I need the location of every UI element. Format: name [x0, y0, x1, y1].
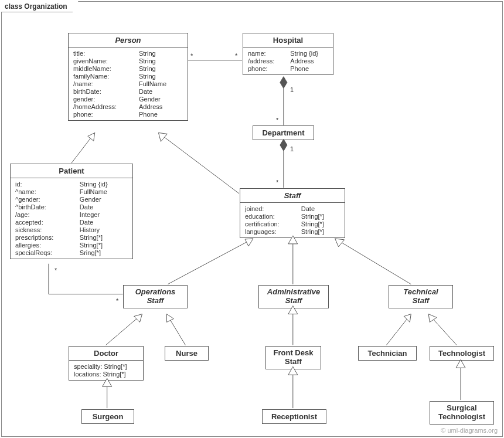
class-staff-title: Staff [240, 189, 345, 203]
class-technical-staff-title: Technical Staff [389, 286, 452, 308]
mult-person-hospital-right: * [235, 52, 237, 59]
class-operations-staff: Operations Staff [123, 285, 188, 308]
class-patient-attrs: id:String {id} ^name:FullName ^gender:Ge… [11, 178, 132, 259]
class-technician: Technician [358, 346, 417, 361]
mult-patient-ops-top: * [55, 267, 57, 274]
mult-patient-ops-bottom: * [116, 297, 118, 304]
class-department-title: Department [253, 126, 314, 140]
mult-hospital-dept-star: * [276, 117, 278, 124]
class-hospital-title: Hospital [243, 33, 333, 47]
svg-line-3 [71, 133, 95, 163]
class-front-desk-staff-title: Front Desk Staff [266, 347, 321, 369]
class-receptionist: Receptionist [262, 409, 326, 424]
class-person-attrs: title:String givenName:String middleName… [69, 47, 188, 120]
class-nurse: Nurse [165, 346, 209, 361]
class-hospital: Hospital name:String {id} /address:Addre… [243, 33, 333, 75]
class-technical-staff: Technical Staff [389, 285, 453, 308]
class-receptionist-title: Receptionist [263, 410, 326, 423]
class-person: Person title:String givenName:String mid… [68, 33, 188, 121]
class-surgeon-title: Surgeon [82, 410, 134, 423]
class-operations-staff-title: Operations Staff [124, 286, 187, 308]
svg-line-12 [428, 314, 457, 345]
mult-hospital-dept-1: 1 [290, 86, 294, 93]
class-staff-attrs: joined:Date education:String[*] certific… [240, 203, 345, 237]
diagram-frame: class Organization Person title:String g… [1, 1, 503, 437]
class-front-desk-staff: Front Desk Staff [265, 346, 321, 369]
class-patient-title: Patient [11, 164, 132, 178]
mult-dept-staff-1: 1 [290, 145, 294, 152]
svg-line-5 [168, 239, 253, 284]
class-doctor-title: Doctor [69, 347, 143, 361]
class-surgical-technologist: Surgical Technologist [430, 401, 494, 425]
class-doctor: Doctor speciality: String[*] locations: … [69, 346, 144, 381]
svg-line-4 [158, 133, 239, 193]
class-doctor-attrs: speciality: String[*] locations: String[… [69, 361, 143, 380]
mult-person-hospital-left: * [190, 52, 193, 59]
class-surgical-technologist-title: Surgical Technologist [430, 402, 493, 424]
class-technician-title: Technician [359, 347, 416, 360]
svg-line-8 [106, 314, 142, 345]
class-technologist: Technologist [430, 346, 494, 361]
frame-title: class Organization [1, 1, 79, 12]
class-admin-staff-title: Administrative Staff [259, 286, 328, 308]
svg-line-11 [386, 314, 411, 345]
class-staff: Staff joined:Date education:String[*] ce… [240, 188, 345, 238]
class-hospital-attrs: name:String {id} /address:Address phone:… [243, 47, 333, 74]
svg-line-9 [166, 314, 185, 345]
class-technologist-title: Technologist [430, 347, 493, 360]
class-admin-staff: Administrative Staff [258, 285, 329, 308]
class-nurse-title: Nurse [165, 347, 208, 360]
class-surgeon: Surgeon [81, 409, 134, 424]
watermark: © uml-diagrams.org [441, 427, 498, 434]
svg-line-7 [335, 239, 411, 284]
class-patient: Patient id:String {id} ^name:FullName ^g… [10, 164, 133, 259]
mult-dept-staff-star: * [276, 179, 278, 186]
class-person-title: Person [69, 33, 188, 47]
class-department: Department [253, 125, 314, 140]
